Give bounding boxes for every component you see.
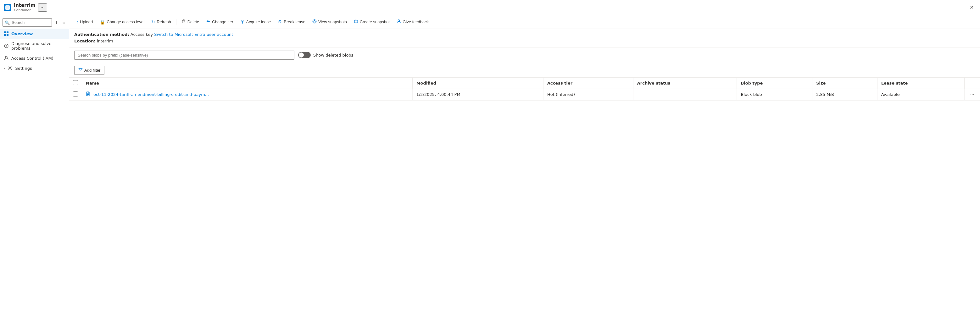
row-1-modified-cell: 1/2/2025, 4:00:44 PM <box>412 89 543 100</box>
sidebar: 🔍 ⬆ « Overview <box>0 15 69 325</box>
search-row: Show deleted blobs <box>69 48 980 63</box>
sidebar-iam-label: Access Control (IAM) <box>11 56 54 61</box>
refresh-icon: ↻ <box>151 19 155 24</box>
sidebar-search-input[interactable] <box>3 18 52 27</box>
sidebar-item-iam[interactable]: Access Control (IAM) <box>0 53 69 63</box>
toolbar-separator-1 <box>176 19 177 25</box>
sidebar-search-icon: 🔍 <box>5 20 10 25</box>
svg-point-5 <box>5 56 7 58</box>
settings-expand-icon: › <box>4 66 5 70</box>
change-tier-button[interactable]: Change tier <box>203 17 236 26</box>
th-checkbox <box>69 78 82 89</box>
svg-line-12 <box>280 22 281 23</box>
file-cell: oct-11-2024-tariff-amendment-billing-cre… <box>86 92 409 97</box>
row-1-checkbox[interactable] <box>73 92 78 97</box>
svg-rect-7 <box>182 21 185 23</box>
sidebar-settings-label: Settings <box>15 66 32 71</box>
th-actions <box>964 78 980 89</box>
auth-link[interactable]: Switch to Microsoft Entra user account <box>154 32 233 37</box>
delete-button[interactable]: Delete <box>178 17 202 26</box>
view-snapshots-button[interactable]: View snapshots <box>309 17 350 26</box>
svg-rect-1 <box>6 32 8 33</box>
filter-icon <box>78 68 83 73</box>
row-1-archive-status-cell <box>633 89 737 100</box>
content-area: ↑ Upload 🔒 Change access level ↻ Refresh <box>69 15 980 325</box>
svg-point-14 <box>313 19 316 23</box>
sidebar-search-box: 🔍 <box>3 18 52 27</box>
th-size[interactable]: Size <box>812 78 877 89</box>
main-layout: 🔍 ⬆ « Overview <box>0 15 980 325</box>
change-tier-icon <box>206 19 210 24</box>
th-archive-status[interactable]: Archive status <box>633 78 737 89</box>
show-deleted-label: Show deleted blobs <box>313 53 353 57</box>
table-row: oct-11-2024-tariff-amendment-billing-cre… <box>69 89 980 100</box>
title-more-button[interactable]: ··· <box>38 3 47 12</box>
blob-table: Name Modified Access tier Archive status… <box>69 78 980 325</box>
svg-rect-3 <box>6 34 8 36</box>
add-filter-button[interactable]: Add filter <box>74 66 104 75</box>
sidebar-item-settings[interactable]: › Settings <box>0 63 69 73</box>
sidebar-item-diagnose[interactable]: Diagnose and solve problems <box>0 39 69 53</box>
delete-icon <box>181 19 186 24</box>
select-all-checkbox[interactable] <box>73 80 78 85</box>
svg-point-19 <box>398 20 400 21</box>
iam-icon <box>4 55 9 61</box>
blob-search-input[interactable] <box>74 51 294 60</box>
location-label: Location: <box>74 39 95 43</box>
svg-rect-0 <box>4 32 6 33</box>
blob-name-link[interactable]: oct-11-2024-tariff-amendment-billing-cre… <box>94 92 209 97</box>
row-1-lease-state-cell: Available <box>877 89 964 100</box>
title-name: interrim <box>14 3 35 8</box>
show-deleted-toggle[interactable] <box>298 52 311 58</box>
file-icon <box>86 92 91 97</box>
sidebar-up-button[interactable]: ⬆ <box>53 19 60 26</box>
svg-rect-15 <box>355 20 358 23</box>
row-1-actions-cell: ··· <box>964 89 980 100</box>
location-value: interrim <box>97 39 113 43</box>
row-checkbox-cell <box>69 89 82 100</box>
upload-icon: ↑ <box>76 19 78 24</box>
title-sub: Container <box>14 8 35 12</box>
title-bar-left: interrim Container ··· <box>4 3 47 12</box>
filter-row: Add filter <box>69 63 980 78</box>
row-1-name-cell: oct-11-2024-tariff-amendment-billing-cre… <box>82 89 413 100</box>
change-access-icon: 🔒 <box>100 19 105 24</box>
info-bar: Authentication method: Access key Switch… <box>69 29 980 48</box>
overview-icon <box>4 31 9 36</box>
th-blob-type[interactable]: Blob type <box>737 78 812 89</box>
svg-point-10 <box>242 20 243 22</box>
close-button[interactable]: ✕ <box>967 3 976 12</box>
sidebar-collapse-button[interactable]: « <box>61 19 66 26</box>
settings-icon <box>8 66 13 71</box>
th-lease-state[interactable]: Lease state <box>877 78 964 89</box>
break-lease-button[interactable]: Break lease <box>275 17 309 26</box>
th-access-tier[interactable]: Access tier <box>544 78 633 89</box>
add-filter-label: Add filter <box>84 68 100 73</box>
blob-search-box <box>74 51 294 60</box>
give-feedback-icon <box>396 19 401 24</box>
show-deleted-toggle-group: Show deleted blobs <box>298 52 353 58</box>
th-name[interactable]: Name <box>82 78 413 89</box>
app-icon <box>4 4 11 11</box>
diagnose-icon <box>4 43 9 48</box>
give-feedback-button[interactable]: Give feedback <box>393 17 432 26</box>
th-modified[interactable]: Modified <box>412 78 543 89</box>
blobs-table-element: Name Modified Access tier Archive status… <box>69 78 980 101</box>
row-1-more-button[interactable]: ··· <box>968 91 976 98</box>
create-snapshot-icon <box>354 19 358 24</box>
sidebar-overview-label: Overview <box>11 32 33 36</box>
change-access-button[interactable]: 🔒 Change access level <box>97 18 148 26</box>
create-snapshot-button[interactable]: Create snapshot <box>351 17 393 26</box>
app-container: interrim Container ··· ✕ 🔍 ⬆ « <box>0 0 980 325</box>
upload-button[interactable]: ↑ Upload <box>73 18 96 26</box>
table-header-row: Name Modified Access tier Archive status… <box>69 78 980 89</box>
toggle-slider <box>298 52 311 58</box>
sidebar-nav: Overview Diagnose and solve problems Acc… <box>0 29 69 325</box>
toolbar: ↑ Upload 🔒 Change access level ↻ Refresh <box>69 15 980 29</box>
acquire-lease-button[interactable]: Acquire lease <box>237 17 274 26</box>
title-bar: interrim Container ··· ✕ <box>0 0 980 15</box>
break-lease-icon <box>278 19 282 24</box>
refresh-button[interactable]: ↻ Refresh <box>148 18 174 26</box>
sidebar-item-overview[interactable]: Overview <box>0 29 69 39</box>
view-snapshots-icon <box>312 19 317 24</box>
